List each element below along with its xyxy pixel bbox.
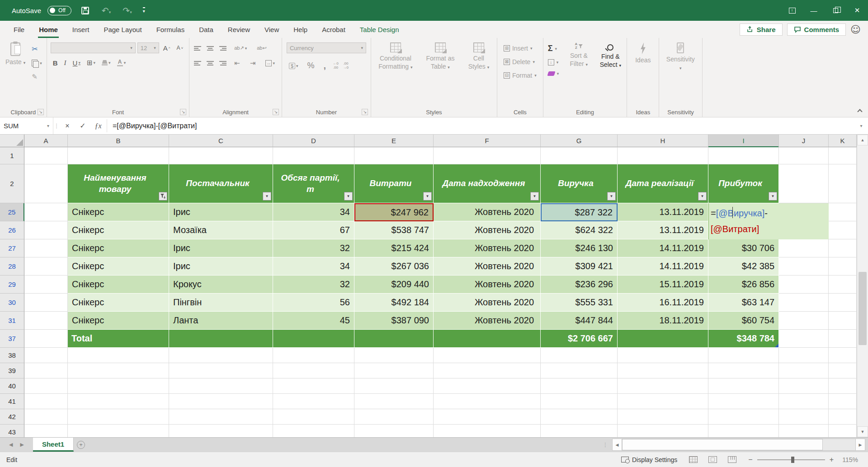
empty-cell[interactable] <box>24 147 68 164</box>
cell-costs[interactable]: $492 184 <box>354 294 434 312</box>
cell-revenue[interactable]: $309 421 <box>541 257 618 276</box>
empty-cell[interactable] <box>779 312 829 330</box>
empty-cell[interactable] <box>541 394 618 409</box>
row-header-1[interactable]: 1 <box>0 147 24 164</box>
cell-product[interactable]: Снікерс <box>68 221 169 239</box>
redo-button[interactable]: ↷▾ <box>120 5 134 16</box>
empty-cell[interactable] <box>169 425 273 437</box>
customize-quick-access-button[interactable]: ▾ <box>143 7 145 14</box>
header-arrival-date[interactable]: Дата надходження ▼ <box>434 164 541 203</box>
cell-revenue-referenced[interactable]: $287 322 <box>541 203 618 221</box>
empty-cell[interactable] <box>829 164 857 203</box>
increase-font-button[interactable]: A^ <box>161 43 173 53</box>
zoom-out-button[interactable]: − <box>748 456 752 464</box>
empty-cell[interactable] <box>169 378 273 394</box>
filter-icon[interactable]: ▼ <box>530 192 539 201</box>
empty-cell[interactable] <box>618 409 708 425</box>
cell-profit[interactable]: $26 856 <box>708 276 779 294</box>
empty-cell[interactable] <box>708 147 779 164</box>
row-header-40[interactable]: 40 <box>0 378 24 394</box>
row-header-27[interactable]: 27 <box>0 239 24 257</box>
empty-cell[interactable] <box>708 348 779 363</box>
header-costs[interactable]: Витрати ▼ <box>354 164 434 203</box>
next-sheet-button[interactable]: ▶ <box>20 442 24 448</box>
empty-cell[interactable] <box>68 348 169 363</box>
cell-revenue[interactable]: $236 296 <box>541 276 618 294</box>
cell-supplier[interactable]: Ірис <box>169 239 273 257</box>
row-header-28[interactable]: 28 <box>0 257 24 276</box>
select-all-corner[interactable] <box>0 135 24 147</box>
column-header-B[interactable]: B <box>68 135 169 147</box>
cell-profit[interactable]: $42 385 <box>708 257 779 276</box>
column-header-E[interactable]: E <box>354 135 434 147</box>
empty-cell[interactable] <box>434 363 541 378</box>
format-painter-button[interactable]: ✎ <box>29 71 45 82</box>
empty-cell[interactable] <box>273 409 354 425</box>
empty-cell[interactable] <box>273 147 354 164</box>
empty-cell[interactable] <box>829 330 857 348</box>
decrease-font-button[interactable]: A˅ <box>175 44 186 52</box>
empty-cell[interactable] <box>169 147 273 164</box>
empty-cell[interactable] <box>779 147 829 164</box>
empty-cell[interactable] <box>24 164 68 203</box>
italic-button[interactable]: I <box>62 58 69 68</box>
empty-cell[interactable] <box>779 239 829 257</box>
empty-cell[interactable] <box>354 425 434 437</box>
empty-cell[interactable] <box>541 378 618 394</box>
filter-applied-icon[interactable] <box>159 192 167 201</box>
vertical-scroll-track[interactable] <box>857 145 868 426</box>
empty-cell[interactable] <box>779 363 829 378</box>
cell-volume[interactable]: 34 <box>273 203 354 221</box>
empty-cell[interactable] <box>24 203 68 221</box>
empty-cell[interactable] <box>24 425 68 437</box>
column-header-A[interactable]: A <box>24 135 68 147</box>
empty-cell[interactable] <box>169 409 273 425</box>
total-label-cell[interactable]: Total <box>68 330 169 348</box>
header-profit[interactable]: Прибуток ▼ <box>708 164 779 203</box>
cell-revenue[interactable]: $624 322 <box>541 221 618 239</box>
cell-arrival-date[interactable]: Жовтень 2020 <box>434 294 541 312</box>
decrease-decimal-button[interactable]: .00→0 <box>343 62 349 70</box>
increase-indent-button[interactable]: ⇥ <box>248 58 258 68</box>
empty-cell[interactable] <box>24 409 68 425</box>
total-empty-cell[interactable] <box>273 330 354 348</box>
empty-cell[interactable] <box>24 257 68 276</box>
formula-input[interactable]: =[@Виручка]-[@Витрати] <box>108 117 854 134</box>
font-dialog-launcher[interactable]: ↘ <box>180 109 186 115</box>
empty-cell[interactable] <box>273 378 354 394</box>
save-button[interactable] <box>78 7 93 14</box>
column-header-F[interactable]: F <box>434 135 541 147</box>
cell-supplier[interactable]: Ірис <box>169 257 273 276</box>
horizontal-scroll-thumb[interactable] <box>622 439 823 450</box>
cell-supplier[interactable]: Ланта <box>169 312 273 330</box>
row-header-2[interactable]: 2 <box>0 164 24 203</box>
empty-cell[interactable] <box>24 276 68 294</box>
empty-cell[interactable] <box>708 394 779 409</box>
row-header-25[interactable]: 25 <box>0 203 24 221</box>
copy-button[interactable]: ▾ <box>29 58 45 68</box>
merge-center-button[interactable]: ↔ ▾ <box>263 59 277 67</box>
fill-button[interactable]: ↓ ▾ <box>545 58 562 67</box>
tab-data[interactable]: Data <box>192 21 221 38</box>
autosum-button[interactable]: Σ ▾ <box>545 42 562 55</box>
cell-product[interactable]: Снікерс <box>68 276 169 294</box>
row-header-42[interactable]: 42 <box>0 409 24 425</box>
empty-cell[interactable] <box>24 312 68 330</box>
comments-button[interactable]: Comments <box>787 23 846 36</box>
autosave-toggle[interactable]: Off <box>47 6 71 15</box>
total-profit-cell[interactable]: $348 784 <box>708 330 779 348</box>
clipboard-dialog-launcher[interactable]: ↘ <box>38 109 44 115</box>
empty-cell[interactable] <box>24 239 68 257</box>
empty-cell[interactable] <box>24 348 68 363</box>
empty-cell[interactable] <box>618 378 708 394</box>
filter-icon[interactable]: ▼ <box>698 192 707 201</box>
cell-arrival-date[interactable]: Жовтень 2020 <box>434 239 541 257</box>
empty-cell[interactable] <box>24 221 68 239</box>
cell-volume[interactable]: 34 <box>273 257 354 276</box>
cell-sale-date[interactable]: 14.11.2019 <box>618 257 708 276</box>
cell-costs[interactable]: $538 747 <box>354 221 434 239</box>
empty-cell[interactable] <box>354 409 434 425</box>
filter-icon[interactable]: ▼ <box>344 192 353 201</box>
normal-view-button[interactable] <box>689 456 698 463</box>
cell-volume[interactable]: 67 <box>273 221 354 239</box>
